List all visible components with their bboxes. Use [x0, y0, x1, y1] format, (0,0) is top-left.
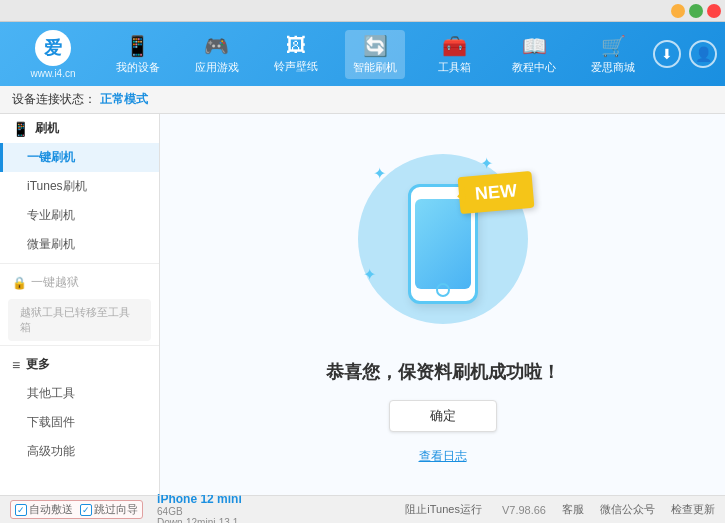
sidebar-item-itunes-flash[interactable]: iTunes刷机	[0, 172, 159, 201]
nav-item-tutorial[interactable]: 📖 教程中心	[504, 30, 564, 79]
skip-guide-cb-box: ✓	[80, 504, 92, 516]
version-text: V7.98.66	[502, 504, 546, 516]
sidebar-section-jailbreak: 🔒 一键越狱	[0, 268, 159, 297]
nav-item-wallpaper[interactable]: 🖼 铃声壁纸	[266, 30, 326, 78]
nav-item-toolbox[interactable]: 🧰 工具箱	[425, 30, 485, 79]
pro-flash-label: 专业刷机	[27, 208, 75, 222]
phone-home-button	[436, 283, 450, 297]
sidebar-section-flash[interactable]: 📱 刷机	[0, 114, 159, 143]
user-button[interactable]: 👤	[689, 40, 717, 68]
divider-1	[0, 263, 159, 264]
success-content: NEW ✦ ✦ ✦ 恭喜您，保资料刷机成功啦！ 确定 查看日志	[326, 144, 560, 465]
sidebar-item-pro-flash[interactable]: 专业刷机	[0, 201, 159, 230]
download-button[interactable]: ⬇	[653, 40, 681, 68]
tutorial-label: 教程中心	[512, 60, 556, 75]
status-label: 设备连接状态：	[12, 91, 96, 108]
logo-area[interactable]: 爱 www.i4.cn	[8, 30, 98, 79]
more-section-label: 更多	[26, 356, 50, 373]
auto-send-checkbox[interactable]: ✓ 自动敷送	[15, 502, 73, 517]
apps-games-label: 应用游戏	[195, 60, 239, 75]
bottom-left: ✓ 自动敷送 ✓ 跳过向导 iPhone 12 mini 64GB Down-1…	[10, 492, 405, 524]
customer-service-link[interactable]: 客服	[562, 502, 584, 517]
wallpaper-icon: 🖼	[286, 34, 306, 57]
sidebar-item-download-firmware[interactable]: 下载固件	[0, 408, 159, 437]
bottom-right: V7.98.66 客服 微信公众号 检查更新	[502, 502, 715, 517]
nav-right: ⬇ 👤	[653, 40, 717, 68]
maximize-button[interactable]	[689, 4, 703, 18]
wallpaper-label: 铃声壁纸	[274, 59, 318, 74]
skip-guide-label: 跳过向导	[94, 502, 138, 517]
nav-items: 📱 我的设备 🎮 应用游戏 🖼 铃声壁纸 🔄 智能刷机 🧰 工具箱 📖 教程中心…	[98, 30, 653, 79]
divider-2	[0, 345, 159, 346]
auto-send-cb-box: ✓	[15, 504, 27, 516]
itunes-btn[interactable]: 阻止iTunes运行	[405, 502, 482, 517]
device-info: iPhone 12 mini 64GB Down-12mini-13,1	[157, 492, 242, 524]
toolbox-label: 工具箱	[438, 60, 471, 75]
main-layout: 📱 刷机 一键刷机 iTunes刷机 专业刷机 微量刷机 🔒 一键越狱 越狱工具…	[0, 114, 725, 495]
flash-section-label: 刷机	[35, 120, 59, 137]
lock-icon: 🔒	[12, 276, 27, 290]
checkbox-area: ✓ 自动敷送 ✓ 跳过向导	[10, 500, 143, 519]
auto-send-label: 自动敷送	[29, 502, 73, 517]
logo-text: www.i4.cn	[30, 68, 75, 79]
bottom-bar: ✓ 自动敷送 ✓ 跳过向导 iPhone 12 mini 64GB Down-1…	[0, 495, 725, 523]
other-tools-label: 其他工具	[27, 386, 75, 400]
nav-item-smart-flash[interactable]: 🔄 智能刷机	[345, 30, 405, 79]
dfu-flash-label: 微量刷机	[27, 237, 75, 251]
status-value: 正常模式	[100, 91, 148, 108]
auto-send-check: ✓	[17, 505, 25, 515]
smart-flash-icon: 🔄	[363, 34, 388, 58]
shop-icon: 🛒	[601, 34, 626, 58]
new-badge: NEW	[457, 171, 534, 214]
device-firmware: Down-12mini-13,1	[157, 517, 242, 524]
sidebar-item-advanced[interactable]: 高级功能	[0, 437, 159, 466]
jailbreak-label: 一键越狱	[31, 274, 79, 291]
device-storage: 64GB	[157, 506, 242, 517]
skip-guide-checkbox[interactable]: ✓ 跳过向导	[80, 502, 138, 517]
sidebar: 📱 刷机 一键刷机 iTunes刷机 专业刷机 微量刷机 🔒 一键越狱 越狱工具…	[0, 114, 160, 495]
nav-item-apps-games[interactable]: 🎮 应用游戏	[187, 30, 247, 79]
view-log-link[interactable]: 查看日志	[419, 448, 467, 465]
close-button[interactable]	[707, 4, 721, 18]
apps-games-icon: 🎮	[204, 34, 229, 58]
wechat-link[interactable]: 微信公众号	[600, 502, 655, 517]
phone-illustration: NEW ✦ ✦ ✦	[343, 144, 543, 344]
nav-item-my-device[interactable]: 📱 我的设备	[108, 30, 168, 79]
sidebar-section-more[interactable]: ≡ 更多	[0, 350, 159, 379]
skip-guide-check: ✓	[82, 505, 90, 515]
one-click-flash-label: 一键刷机	[27, 150, 75, 164]
sparkle-3: ✦	[363, 265, 376, 284]
sparkle-1: ✦	[373, 164, 386, 183]
success-message: 恭喜您，保资料刷机成功啦！	[326, 360, 560, 384]
advanced-label: 高级功能	[27, 444, 75, 458]
my-device-icon: 📱	[125, 34, 150, 58]
itunes-flash-label: iTunes刷机	[27, 179, 87, 193]
sidebar-item-other-tools[interactable]: 其他工具	[0, 379, 159, 408]
top-nav: 爱 www.i4.cn 📱 我的设备 🎮 应用游戏 🖼 铃声壁纸 🔄 智能刷机 …	[0, 22, 725, 86]
toolbox-icon: 🧰	[442, 34, 467, 58]
download-firmware-label: 下载固件	[27, 415, 75, 429]
sidebar-item-dfu-flash[interactable]: 微量刷机	[0, 230, 159, 259]
minimize-button[interactable]	[671, 4, 685, 18]
smart-flash-label: 智能刷机	[353, 60, 397, 75]
confirm-button[interactable]: 确定	[389, 400, 497, 432]
logo-icon: 爱	[35, 30, 71, 66]
content-area: NEW ✦ ✦ ✦ 恭喜您，保资料刷机成功啦！ 确定 查看日志	[160, 114, 725, 495]
jailbreak-note: 越狱工具已转移至工具箱	[8, 299, 151, 341]
check-update-link[interactable]: 检查更新	[671, 502, 715, 517]
nav-item-shop[interactable]: 🛒 爱思商城	[583, 30, 643, 79]
status-bar: 设备连接状态： 正常模式	[0, 86, 725, 114]
flash-section-icon: 📱	[12, 121, 29, 137]
shop-label: 爱思商城	[591, 60, 635, 75]
my-device-label: 我的设备	[116, 60, 160, 75]
more-section-icon: ≡	[12, 357, 20, 373]
sidebar-item-one-click-flash[interactable]: 一键刷机	[0, 143, 159, 172]
tutorial-icon: 📖	[522, 34, 547, 58]
sparkle-2: ✦	[480, 154, 493, 173]
title-bar	[0, 0, 725, 22]
